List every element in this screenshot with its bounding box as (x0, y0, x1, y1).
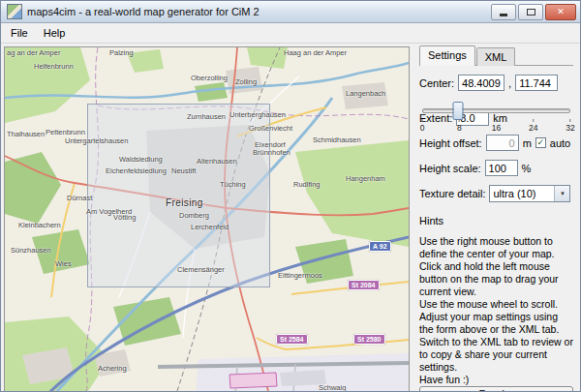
minimize-icon (500, 14, 507, 16)
slider-track[interactable] (422, 108, 570, 113)
slider-thumb[interactable] (452, 102, 463, 120)
tick-0: 0 (420, 119, 425, 133)
tick-24: 24 (529, 119, 537, 133)
map-selection-rectangle[interactable] (87, 104, 270, 287)
app-icon (7, 4, 22, 19)
auto-label: auto (550, 137, 570, 149)
slider-ticks: 0 8 16 24 32 (422, 119, 570, 131)
hint-line: Use the right mouse button to define the… (419, 235, 573, 260)
height-offset-unit: m (523, 137, 532, 149)
close-button[interactable]: ✕ (545, 4, 576, 20)
texture-detail-value: ultra (10) (490, 188, 554, 199)
render-button[interactable]: Render (419, 386, 573, 392)
menu-file[interactable]: File (3, 25, 36, 41)
hints-title: Hints (419, 215, 573, 226)
texture-detail-select[interactable]: ultra (10) ▼ (489, 185, 570, 202)
close-icon: ✕ (557, 7, 565, 16)
texture-detail-row: Texture detail: ultra (10) ▼ (419, 185, 573, 202)
window-title: maps4cim - a real-world map generator fo… (27, 6, 491, 17)
height-scale-unit: % (522, 163, 532, 174)
height-scale-row: Height scale: % (419, 160, 573, 176)
height-offset-label: Height offset: (419, 137, 482, 149)
height-scale-label: Height scale: (419, 163, 481, 174)
map-view[interactable]: ag an der AmperPalzingHaag an der AmperH… (4, 46, 410, 392)
texture-detail-label: Texture detail: (419, 188, 485, 199)
tick-32: 32 (566, 119, 574, 133)
tab-settings[interactable]: Settings (419, 45, 475, 66)
title-bar[interactable]: maps4cim - a real-world map generator fo… (1, 1, 580, 23)
hints-text: Use the right mouse button to define the… (419, 235, 573, 386)
auto-checkbox[interactable]: ✓ (535, 137, 546, 148)
center-lat-input[interactable] (458, 75, 505, 91)
maximize-icon (527, 9, 535, 15)
settings-panel: Settings XML Center: , 0 8 16 24 32 (413, 44, 580, 392)
hint-line: Switch to the XML tab to review or to co… (419, 336, 573, 374)
tick-8: 8 (457, 119, 462, 133)
center-label: Center: (419, 77, 454, 89)
tick-16: 16 (492, 119, 501, 133)
hint-line: Have fun :) (419, 374, 573, 386)
center-separator: , (508, 77, 511, 89)
menu-bar: File Help (1, 23, 580, 44)
main-content: ag an der AmperPalzingHaag an der AmperH… (1, 44, 580, 392)
hint-line: Use the mouse wheel to scroll. (419, 298, 573, 311)
maximize-button[interactable] (518, 4, 543, 20)
hint-line: Adjust your map settings using the form … (419, 311, 573, 336)
tab-xml[interactable]: XML (476, 47, 516, 66)
center-lon-input[interactable] (515, 75, 558, 91)
menu-help[interactable]: Help (36, 25, 74, 41)
height-offset-row: Height offset: m ✓ auto (419, 135, 573, 151)
minimize-button[interactable] (491, 4, 516, 20)
tab-strip: Settings XML (419, 45, 573, 66)
center-row: Center: , (419, 75, 573, 91)
app-window: maps4cim - a real-world map generator fo… (0, 0, 581, 392)
height-offset-input (486, 135, 519, 151)
combo-button[interactable]: ▼ (554, 186, 569, 201)
chevron-down-icon: ▼ (560, 191, 566, 196)
check-icon: ✓ (537, 138, 545, 147)
height-scale-input[interactable] (485, 160, 518, 176)
hint-line: Click and hold the left mouse button on … (419, 260, 573, 298)
